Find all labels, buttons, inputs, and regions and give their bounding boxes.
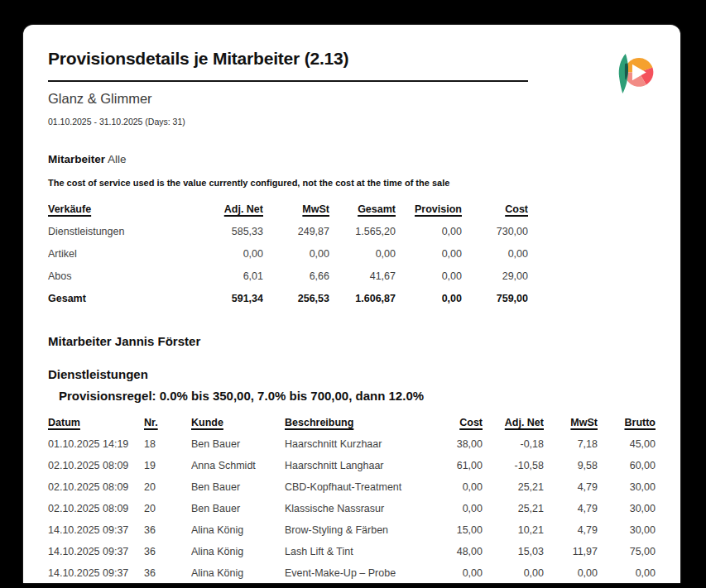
- detail-cell: 0,00: [544, 562, 598, 583]
- summary-total-cell: 591,34: [197, 288, 263, 310]
- summary-cell: Abos: [48, 265, 197, 288]
- detail-cell: 25,21: [483, 476, 544, 498]
- summary-cell: 6,66: [263, 265, 329, 288]
- summary-total-cell: Gesamt: [48, 288, 197, 310]
- summary-header-row: Verkäufe Adj. Net MwSt Gesamt Provision …: [48, 198, 528, 221]
- summary-cell: 41,67: [329, 265, 396, 288]
- detail-cell: 15,00: [421, 519, 483, 541]
- summary-row: Artikel 0,00 0,00 0,00 0,00 0,00: [48, 243, 528, 265]
- business-name: Glanz & Glimmer: [48, 90, 656, 107]
- detail-row: 02.10.2025 08:09 20 Ben Bauer Klassische…: [48, 498, 656, 519]
- date-range: 01.10.2025 - 31.10.2025 (Days: 31): [48, 117, 656, 127]
- detail-header-beschreibung: Beschreibung: [285, 412, 421, 433]
- summary-header-gesamt: Gesamt: [329, 198, 396, 221]
- detail-header-brutto: Brutto: [598, 412, 656, 433]
- detail-cell: 0,00: [421, 562, 483, 583]
- detail-cell: Lash Lift & Tint: [285, 541, 421, 562]
- detail-cell: 20: [144, 498, 191, 519]
- summary-header-provision: Provision: [396, 198, 462, 221]
- detail-cell: 4,79: [544, 476, 598, 498]
- detail-cell: 14.10.2025 09:37: [48, 562, 144, 583]
- detail-cell: 01.10.2025 14:19: [48, 433, 144, 455]
- summary-cell: 0,00: [462, 243, 528, 265]
- cost-notice: The cost of service used is the value cu…: [48, 178, 656, 189]
- summary-cell: 6,01: [197, 265, 263, 288]
- detail-cell: -0,18: [483, 433, 544, 455]
- detail-cell: 0,00: [421, 476, 483, 498]
- detail-cell: Alina König: [191, 562, 285, 583]
- summary-cell: Dienstleistungen: [48, 221, 197, 243]
- detail-cell: 30,00: [598, 498, 656, 519]
- summary-table: Verkäufe Adj. Net MwSt Gesamt Provision …: [48, 198, 528, 310]
- detail-cell: Event-Make-Up – Probe: [285, 562, 421, 583]
- phorest-logo: [614, 51, 657, 98]
- summary-header-cost: Cost: [462, 198, 528, 221]
- detail-header-kunde: Kunde: [191, 412, 285, 433]
- detail-cell: 11,97: [544, 541, 598, 562]
- summary-cell: 0,00: [263, 243, 329, 265]
- detail-cell: Anna Schmidt: [191, 455, 285, 476]
- report-page: Provisionsdetails je Mitarbeiter (2.13) …: [23, 25, 680, 583]
- summary-total-cell: 759,00: [462, 288, 528, 310]
- detail-cell: Alina König: [191, 541, 285, 562]
- summary-total-cell: 1.606,87: [329, 288, 396, 310]
- staff-filter-value: Alle: [108, 153, 127, 165]
- detail-cell: 4,79: [544, 519, 598, 541]
- detail-cell: 75,00: [598, 541, 656, 562]
- detail-cell: 10,21: [483, 519, 544, 541]
- summary-cell: 0,00: [197, 243, 263, 265]
- detail-cell: 25,21: [483, 498, 544, 519]
- detail-header-cost: Cost: [421, 412, 483, 433]
- detail-cell: 36: [144, 519, 191, 541]
- summary-total-cell: 256,53: [263, 288, 329, 310]
- employee-heading: Mitarbeiter Jannis Förster: [48, 333, 656, 349]
- detail-cell: Alina König: [191, 519, 285, 541]
- summary-cell: 0,00: [396, 265, 462, 288]
- detail-cell: 02.10.2025 08:09: [48, 476, 144, 498]
- detail-header-mwst: MwSt: [544, 412, 598, 433]
- detail-cell: Ben Bauer: [191, 498, 285, 519]
- detail-cell: 45,00: [598, 433, 656, 455]
- detail-cell: 48,00: [421, 541, 483, 562]
- detail-cell: 14.10.2025 09:37: [48, 541, 144, 562]
- detail-cell: 02.10.2025 08:09: [48, 455, 144, 476]
- detail-cell: 19: [144, 455, 191, 476]
- detail-cell: 15,03: [483, 541, 544, 562]
- detail-cell: 02.10.2025 08:09: [48, 498, 144, 519]
- detail-cell: CBD-Kopfhaut-Treatment: [285, 476, 421, 498]
- detail-row: 02.10.2025 08:09 20 Ben Bauer CBD-Kopfha…: [48, 476, 656, 498]
- detail-cell: Brow-Styling & Färben: [285, 519, 421, 541]
- summary-cell: 1.565,20: [329, 221, 396, 243]
- detail-header-adjnet: Adj. Net: [483, 412, 544, 433]
- detail-cell: Klassische Nassrasur: [285, 498, 421, 519]
- detail-cell: 30,00: [598, 476, 656, 498]
- detail-table: Datum Nr. Kunde Beschreibung Cost Adj. N…: [48, 412, 656, 583]
- commission-rule: Provisionsregel: 0.0% bis 350,00, 7.0% b…: [59, 388, 656, 404]
- staff-filter-label: Mitarbeiter: [48, 153, 105, 165]
- detail-row: 14.10.2025 09:37 36 Alina König Event-Ma…: [48, 562, 656, 583]
- detail-cell: 9,58: [544, 455, 598, 476]
- detail-cell: 38,00: [421, 433, 483, 455]
- summary-cell: 29,00: [462, 265, 528, 288]
- detail-cell: 0,00: [421, 498, 483, 519]
- summary-total-row: Gesamt 591,34 256,53 1.606,87 0,00 759,0…: [48, 288, 528, 310]
- summary-header-verkaufe: Verkäufe: [48, 198, 197, 221]
- detail-cell: Ben Bauer: [191, 433, 285, 455]
- detail-cell: 4,79: [544, 498, 598, 519]
- detail-cell: Ben Bauer: [191, 476, 285, 498]
- summary-cell: 730,00: [462, 221, 528, 243]
- detail-row: 14.10.2025 09:37 36 Alina König Brow-Sty…: [48, 519, 656, 541]
- staff-filter: Mitarbeiter Alle: [48, 153, 656, 166]
- summary-cell: 585,33: [197, 221, 263, 243]
- summary-row: Abos 6,01 6,66 41,67 0,00 29,00: [48, 265, 528, 288]
- detail-header-datum: Datum: [48, 412, 144, 433]
- detail-cell: Haarschnitt Kurzhaar: [285, 433, 421, 455]
- detail-cell: 18: [144, 433, 191, 455]
- detail-cell: 20: [144, 476, 191, 498]
- detail-cell: 14.10.2025 09:37: [48, 519, 144, 541]
- summary-total-cell: 0,00: [396, 288, 462, 310]
- summary-row: Dienstleistungen 585,33 249,87 1.565,20 …: [48, 221, 528, 243]
- detail-row: 14.10.2025 09:37 36 Alina König Lash Lif…: [48, 541, 656, 562]
- detail-cell: 60,00: [598, 455, 656, 476]
- category-heading: Dienstleistungen: [48, 366, 656, 382]
